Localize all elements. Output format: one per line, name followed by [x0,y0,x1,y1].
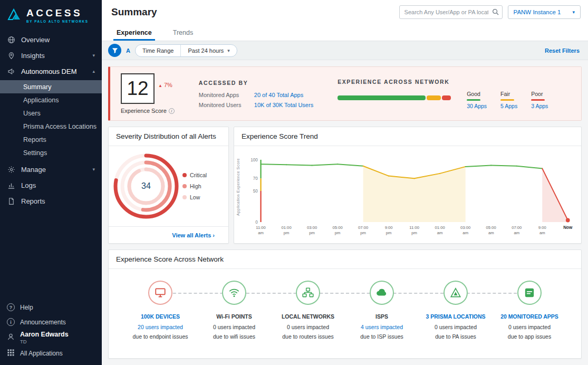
search-input[interactable] [399,5,503,19]
nav-label: Manage [21,166,46,174]
node-title-link[interactable]: 20 MONITORED APPS [500,313,558,320]
chevron-down-icon: ▾ [227,48,230,53]
time-range-dropdown[interactable]: Past 24 hours ▾ [180,45,236,56]
announcements-button[interactable]: i Announcements [0,315,102,330]
help-icon: ? [7,303,15,311]
node-cause: due to endpoint issues [132,333,188,340]
sidebar-item-prisma-access-locations[interactable]: Prisma Access Locations [0,120,102,133]
logo-text-block: ACCESS BY PALO ALTO NETWORKS [26,8,89,23]
sidebar-item-overview[interactable]: Overview [0,32,102,47]
help-button[interactable]: ? Help [0,300,102,315]
node-impacted-link[interactable]: 20 users impacted [138,324,183,330]
filter-button[interactable] [108,44,121,57]
tab-label: Trends [173,29,193,36]
instance-selector[interactable]: PANW Instance 1 ▾ [508,5,581,19]
experience-score-trend-card: Experience Score Trend Application Exper… [234,127,582,244]
svg-text:pm: pm [411,230,417,235]
user-menu[interactable]: Aaron Edwards TD [0,330,102,347]
svg-text:Now: Now [563,225,573,230]
legend-color-line [467,99,480,101]
logo-tagline: BY PALO ALTO NETWORKS [26,20,89,23]
severity-donut-chart: 34 [112,152,180,220]
node-title: LOCAL NETWORKS [282,313,334,320]
time-range-label[interactable]: Time Range [136,45,181,56]
delta-up-arrow-icon: ▲ [158,83,162,88]
network-node-devices: 100K DEVICES 20 users impacted due to en… [123,281,197,340]
nav-label: Users [23,110,41,117]
all-applications-button[interactable]: All Applications [0,346,102,361]
accessed-by-block: ACCESSED BY Monitored Apps 20 of 40 Tota… [199,80,313,108]
legend-label: Fair [500,91,517,97]
sidebar-item-autonomous-dem[interactable]: Autonomous DEM ▴ [0,63,102,79]
svg-text:05:00: 05:00 [333,225,343,230]
sidebar-item-settings[interactable]: Settings [0,146,102,159]
network-node-local-networks: LOCAL NETWORKS 0 users impacted due to r… [271,281,345,340]
nav-label: Reports [23,136,46,143]
tab-experience[interactable]: Experience [117,24,152,41]
monitored-apps-value[interactable]: 20 of 40 Total Apps [254,92,303,98]
legend-label: Poor [531,91,548,97]
svg-text:01:00: 01:00 [281,225,292,230]
reset-filters-link[interactable]: Reset Filters [545,47,580,54]
node-title-link[interactable]: 100K DEVICES [141,313,180,320]
legend-count-link[interactable]: 30 Apps [467,103,487,109]
severity-card-title: Severity Distribution of all Alerts [109,127,228,146]
tab-trends[interactable]: Trends [173,24,193,41]
search-icon[interactable] [492,8,499,17]
legend-poor: Poor 3 Apps [531,91,548,109]
experience-across-network-block: EXPERIENCE ACROSS NETWORK Good 30 Apps F… [338,79,571,109]
svg-text:9:00: 9:00 [538,225,547,230]
chevron-down-icon: ▾ [572,9,575,15]
link-label: View all Alerts [172,232,211,238]
instance-value: PANW Instance 1 [514,9,561,15]
info-icon[interactable]: i [169,108,175,114]
svg-text:03:00: 03:00 [460,225,471,230]
sidebar-item-reports[interactable]: Reports [0,133,102,146]
app-logo: ACCESS BY PALO ALTO NETWORKS [0,0,102,32]
nav-label: Overview [21,36,50,44]
sidebar-item-reports-main[interactable]: Reports [0,193,102,209]
sidebar-item-applications[interactable]: Applications [0,93,102,107]
svg-text:03:00: 03:00 [307,225,317,230]
experience-score-card: 12 ▲ 7% Experience Score i ACCESSED BY M… [108,66,582,121]
legend-label: Low [190,194,200,200]
legend-dot [182,184,187,188]
svg-text:pm: pm [360,230,366,235]
svg-text:9:00: 9:00 [385,225,393,230]
filter-bar: A Time Range Past 24 hours ▾ Reset Filte… [102,41,588,60]
tab-label: Experience [117,29,152,36]
top-bar: Summary PANW Instance 1 ▾ [102,0,588,24]
sidebar-item-summary[interactable]: Summary [0,80,102,93]
sidebar-item-users[interactable]: Users [0,107,102,120]
svg-text:11:00: 11:00 [409,225,419,230]
monitored-apps-label: Monitored Apps [199,92,254,98]
legend-count-link[interactable]: 3 Apps [531,103,548,109]
time-range-filter: Time Range Past 24 hours ▾ [135,44,237,57]
view-all-alerts-link[interactable]: View all Alerts › [172,232,215,238]
node-impacted: 0 users impacted [213,324,255,330]
legend-count-link[interactable]: 5 Apps [500,103,517,109]
node-impacted: 0 users impacted [435,324,477,330]
cards-row: Severity Distribution of all Alerts 34 C… [108,127,582,244]
node-title-link[interactable]: 3 PRISMA LOCATIONS [426,313,485,320]
svg-text:am: am [258,230,264,235]
pill-value: Past 24 hours [188,47,224,54]
legend-good: Good 30 Apps [467,91,487,109]
sidebar-item-manage[interactable]: Manage ▾ [0,161,102,177]
sidebar-item-insights[interactable]: Insights ▾ [0,47,102,63]
gear-icon [7,166,15,174]
severity-chart-area: 34 Critical High Low [109,146,228,226]
node-impacted: 0 users impacted [508,324,551,330]
trend-card-title: Experience Score Trend [234,127,581,146]
sidebar-item-logs[interactable]: Logs [0,177,102,193]
nav-label: Announcements [20,319,66,326]
monitored-users-row: Monitored Users 10K of 30K Total Users [199,102,313,108]
app-root: ACCESS BY PALO ALTO NETWORKS Overview In… [0,0,588,365]
experience-score-trend-chart: 0507010011:00am01:00pm03:00pm05:00pm07:0… [244,150,577,241]
grid-icon [7,349,15,358]
monitored-users-label: Monitored Users [199,102,254,108]
nav-label: Prisma Access Locations [23,123,97,130]
sidebar-footer: ? Help i Announcements Aaron Edwards TD … [0,300,102,365]
node-impacted-link[interactable]: 4 users impacted [361,324,403,330]
monitored-users-value[interactable]: 10K of 30K Total Users [254,102,313,108]
